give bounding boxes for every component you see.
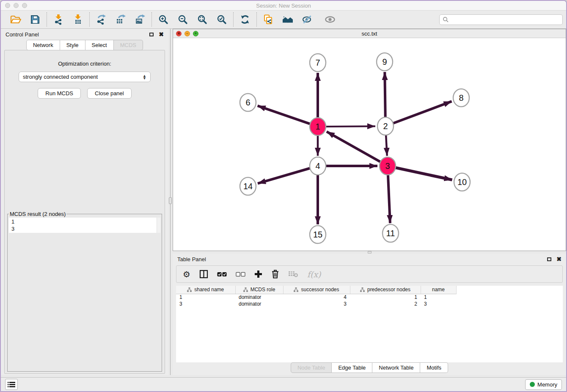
column-header-successor-nodes[interactable]: successor nodes bbox=[283, 286, 350, 294]
table-tab-edge-table[interactable]: Edge Table bbox=[332, 362, 372, 373]
table-close-panel-icon[interactable]: ✖ bbox=[556, 257, 561, 261]
export-network-icon[interactable] bbox=[95, 13, 107, 26]
open-session-icon[interactable] bbox=[9, 13, 22, 26]
edge-3-10[interactable] bbox=[395, 168, 452, 180]
network-minimize-icon[interactable]: − bbox=[184, 31, 190, 36]
zoom-selected-icon[interactable] bbox=[215, 13, 228, 26]
edge-1-6[interactable] bbox=[258, 106, 311, 124]
result-scrollbar[interactable] bbox=[157, 218, 160, 233]
tab-select[interactable]: Select bbox=[85, 40, 114, 50]
svg-text:9: 9 bbox=[382, 57, 387, 66]
table-cell[interactable]: 3 bbox=[421, 301, 456, 307]
table-cell[interactable]: 3 bbox=[176, 301, 235, 307]
table-tab-node-table[interactable]: Node Table bbox=[291, 362, 332, 373]
import-table-icon[interactable] bbox=[72, 13, 84, 26]
table-options-gear-icon[interactable]: ⚙ bbox=[183, 270, 190, 279]
memory-label: Memory bbox=[537, 381, 557, 388]
node-14[interactable]: 14 bbox=[240, 177, 256, 195]
node-9[interactable]: 9 bbox=[377, 53, 393, 71]
import-network-icon[interactable] bbox=[52, 13, 65, 26]
show-panels-list-button[interactable] bbox=[5, 379, 18, 390]
column-header-predecessor-nodes[interactable]: predecessor nodes bbox=[350, 286, 421, 294]
main-toolbar bbox=[1, 10, 566, 29]
network-canvas[interactable]: 1234678910111415 bbox=[173, 38, 566, 251]
table-cell[interactable]: 4 bbox=[283, 294, 350, 301]
select-all-columns-icon[interactable] bbox=[217, 272, 227, 277]
edge-4-14[interactable] bbox=[258, 168, 311, 184]
table-tab-motifs[interactable]: Motifs bbox=[420, 362, 448, 373]
result-item[interactable]: 3 bbox=[11, 225, 158, 232]
network-window-titlebar: ✖ − + scc.txt bbox=[173, 29, 566, 38]
zoom-out-icon[interactable] bbox=[176, 13, 189, 26]
node-8[interactable]: 8 bbox=[453, 89, 469, 107]
edge-1-2[interactable] bbox=[325, 126, 375, 127]
apply-layout-icon[interactable] bbox=[239, 13, 251, 26]
edge-2-8[interactable] bbox=[392, 101, 452, 124]
clone-network-icon[interactable] bbox=[262, 13, 275, 26]
close-panel-icon[interactable]: ✖ bbox=[159, 32, 164, 36]
table-cell[interactable]: 2 bbox=[350, 301, 421, 307]
svg-text:14: 14 bbox=[243, 182, 253, 191]
result-item[interactable]: 1 bbox=[11, 218, 158, 225]
minimize-window-icon[interactable] bbox=[14, 3, 19, 8]
zoom-fit-icon[interactable] bbox=[196, 13, 209, 26]
node-2[interactable]: 2 bbox=[377, 117, 394, 135]
table-cell[interactable]: 1 bbox=[176, 294, 235, 301]
close-panel-button[interactable]: Close panel bbox=[87, 88, 132, 99]
network-title: scc.txt bbox=[173, 30, 566, 37]
edge-3-11[interactable] bbox=[388, 173, 390, 223]
table-cell[interactable]: 3 bbox=[283, 301, 350, 307]
node-7[interactable]: 7 bbox=[310, 54, 326, 72]
deselect-all-columns-icon[interactable] bbox=[236, 272, 245, 277]
save-session-icon[interactable] bbox=[29, 13, 41, 26]
tab-network[interactable]: Network bbox=[26, 40, 60, 50]
node-4[interactable]: 4 bbox=[310, 157, 326, 175]
table-cell[interactable]: dominator bbox=[235, 301, 283, 307]
node-10[interactable]: 10 bbox=[454, 173, 470, 191]
add-row-icon[interactable] bbox=[254, 270, 262, 278]
show-column-panel-icon[interactable] bbox=[199, 270, 208, 279]
table-tab-network-table[interactable]: Network Table bbox=[372, 362, 420, 373]
network-maximize-icon[interactable]: + bbox=[193, 31, 198, 36]
mcds-result-list[interactable]: 13 bbox=[9, 218, 160, 233]
run-mcds-button[interactable]: Run MCDS bbox=[38, 88, 81, 99]
export-image-icon[interactable] bbox=[134, 13, 146, 26]
node-3[interactable]: 3 bbox=[380, 157, 396, 175]
window-controls bbox=[5, 3, 27, 8]
home-icon[interactable] bbox=[281, 13, 294, 26]
show-graphics-details-icon[interactable] bbox=[324, 13, 336, 26]
tab-mcds[interactable]: MCDS bbox=[114, 40, 143, 50]
search-input[interactable] bbox=[451, 16, 559, 23]
memory-button[interactable]: Memory bbox=[525, 379, 562, 390]
node-11[interactable]: 11 bbox=[383, 224, 399, 242]
network-close-icon[interactable]: ✖ bbox=[176, 31, 182, 36]
table-cell[interactable]: dominator bbox=[235, 294, 283, 301]
export-table-icon[interactable] bbox=[114, 13, 127, 26]
column-header-MCDS-role[interactable]: MCDS role bbox=[235, 286, 283, 294]
node-15[interactable]: 15 bbox=[310, 226, 326, 243]
node-6[interactable]: 6 bbox=[240, 94, 256, 111]
edge-3-1[interactable] bbox=[327, 132, 381, 163]
panel-splitter-handle[interactable] bbox=[169, 197, 172, 204]
panel-splitter[interactable] bbox=[168, 29, 173, 375]
table-cell[interactable]: 1 bbox=[421, 294, 456, 301]
node-1[interactable]: 1 bbox=[310, 118, 326, 135]
os-titlebar: Session: New Session bbox=[1, 1, 566, 10]
column-header-name[interactable]: name bbox=[421, 286, 456, 294]
table-cell[interactable]: 1 bbox=[350, 294, 421, 301]
close-window-icon[interactable] bbox=[5, 3, 10, 8]
float-panel-icon[interactable] bbox=[149, 33, 154, 36]
tab-style[interactable]: Style bbox=[60, 40, 85, 50]
edge-2-9[interactable] bbox=[385, 72, 385, 119]
list-icon bbox=[8, 381, 15, 388]
table-row[interactable]: 3dominator323 bbox=[176, 301, 563, 307]
column-header-shared-name[interactable]: shared name bbox=[176, 286, 235, 294]
edge-2-3[interactable] bbox=[386, 133, 387, 156]
maximize-window-icon[interactable] bbox=[22, 3, 27, 8]
delete-rows-icon[interactable] bbox=[271, 270, 279, 279]
criterion-select[interactable]: strongly connected component ▲▼ bbox=[19, 72, 151, 82]
zoom-in-icon[interactable] bbox=[157, 13, 170, 26]
table-row[interactable]: 1dominator411 bbox=[176, 294, 563, 301]
hide-panels-icon[interactable] bbox=[301, 13, 314, 26]
table-float-panel-icon[interactable] bbox=[547, 257, 551, 261]
